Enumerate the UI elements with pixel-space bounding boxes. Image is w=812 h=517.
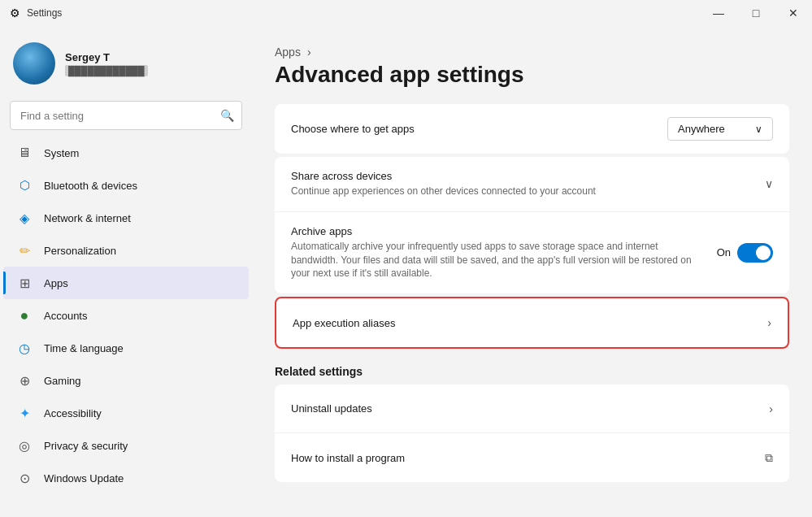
search-input[interactable] (10, 101, 242, 130)
titlebar: ⚙ Settings — □ ✕ (0, 0, 812, 26)
breadcrumb: Apps › (275, 46, 789, 59)
system-icon: 🖥 (16, 145, 33, 161)
uninstall-updates-info: Uninstall updates (291, 402, 756, 415)
sidebar-item-label: Network & internet (44, 212, 131, 224)
app-execution-aliases-info: App execution aliases (293, 317, 754, 329)
minimize-button[interactable]: — (700, 0, 737, 26)
sidebar-item-accessibility[interactable]: ✦ Accessibility (3, 397, 249, 429)
page-title: Advanced app settings (275, 62, 789, 88)
share-devices-action: ∨ (765, 177, 773, 190)
sidebar-item-label: Accounts (44, 310, 87, 322)
app-execution-aliases-action: › (767, 316, 771, 329)
archive-apps-action: On (717, 243, 773, 263)
breadcrumb-parent[interactable]: Apps (275, 46, 301, 59)
sidebar-item-label: System (44, 147, 79, 159)
sidebar-item-network[interactable]: ◈ Network & internet (3, 202, 249, 234)
archive-toggle[interactable] (737, 243, 773, 263)
choose-apps-info: Choose where to get apps (291, 123, 654, 135)
titlebar-left: ⚙ Settings (10, 7, 62, 20)
archive-apps-desc: Automatically archive your infrequently … (291, 240, 704, 280)
network-icon: ◈ (16, 210, 33, 226)
sidebar-item-label: Privacy & security (44, 440, 128, 452)
sidebar-item-apps[interactable]: ⊞ Apps (3, 267, 249, 299)
chevron-right-icon: › (767, 316, 771, 329)
chevron-down-icon: ∨ (755, 124, 762, 135)
how-to-install-info: How to install a program (291, 452, 752, 464)
avatar-image (13, 42, 55, 85)
privacy-icon: ◎ (16, 437, 33, 454)
dropdown-value: Anywhere (678, 123, 725, 135)
share-devices-desc: Continue app experiences on other device… (291, 185, 714, 198)
share-devices-info: Share across devices Continue app experi… (291, 170, 752, 198)
choose-apps-card: Choose where to get apps Anywhere ∨ (275, 104, 789, 154)
toggle-thumb (756, 245, 771, 260)
accessibility-icon: ✦ (16, 405, 33, 421)
user-profile: Sergey T ████████████ (0, 26, 252, 98)
user-info: Sergey T ████████████ (65, 51, 148, 76)
main-content: Apps › Advanced app settings Choose wher… (252, 26, 812, 517)
time-icon: ◷ (16, 340, 33, 356)
user-name: Sergey T (65, 51, 148, 63)
apps-icon: ⊞ (16, 275, 33, 291)
avatar (13, 42, 55, 85)
choose-apps-title: Choose where to get apps (291, 123, 654, 135)
sidebar-item-label: Gaming (44, 375, 81, 387)
sidebar-item-gaming[interactable]: ⊕ Gaming (3, 364, 249, 397)
sidebar-item-windows-update[interactable]: ⊙ Windows Update (3, 462, 249, 494)
archive-apps-row[interactable]: Archive apps Automatically archive your … (275, 212, 789, 293)
share-archive-card: Share across devices Continue app experi… (275, 157, 789, 293)
sidebar-item-privacy[interactable]: ◎ Privacy & security (3, 429, 249, 462)
related-settings-heading: Related settings (275, 365, 789, 378)
choose-apps-row[interactable]: Choose where to get apps Anywhere ∨ (275, 104, 789, 154)
sidebar-item-system[interactable]: 🖥 System (3, 137, 249, 169)
chevron-down-icon: ∨ (765, 177, 773, 190)
main-window: Sergey T ████████████ 🔍 🖥 System ⬡ Bluet… (0, 26, 812, 517)
related-settings-card: Uninstall updates › How to install a pro… (275, 384, 789, 482)
app-execution-aliases-card: App execution aliases › (275, 297, 789, 349)
archive-apps-title: Archive apps (291, 225, 704, 237)
app-execution-aliases-title: App execution aliases (293, 317, 754, 329)
chevron-right-icon: › (769, 402, 773, 415)
share-devices-title: Share across devices (291, 170, 752, 182)
uninstall-updates-row[interactable]: Uninstall updates › (275, 384, 789, 433)
sidebar-item-label: Apps (44, 277, 68, 289)
sidebar-item-label: Accessibility (44, 407, 102, 419)
sidebar-item-label: Time & language (44, 342, 124, 354)
settings-icon: ⚙ (10, 7, 20, 20)
sidebar-item-label: Windows Update (44, 472, 124, 484)
how-to-install-title: How to install a program (291, 452, 752, 464)
breadcrumb-separator: › (307, 46, 311, 59)
share-devices-row[interactable]: Share across devices Continue app experi… (275, 157, 789, 212)
personalization-icon: ✏ (16, 242, 33, 258)
how-to-install-row[interactable]: How to install a program ⧉ (275, 433, 789, 482)
uninstall-updates-title: Uninstall updates (291, 402, 756, 415)
toggle-label: On (717, 246, 731, 258)
sidebar-item-label: Bluetooth & devices (44, 180, 137, 192)
choose-apps-action: Anywhere ∨ (667, 117, 773, 141)
windows-update-icon: ⊙ (16, 470, 33, 486)
accounts-icon: ● (16, 307, 33, 324)
maximize-button[interactable]: □ (737, 0, 775, 26)
sidebar-item-personalization[interactable]: ✏ Personalization (3, 234, 249, 267)
uninstall-updates-action: › (769, 402, 773, 415)
user-email: ████████████ (65, 65, 148, 76)
app-execution-aliases-row[interactable]: App execution aliases › (276, 298, 788, 347)
archive-apps-info: Archive apps Automatically archive your … (291, 225, 704, 280)
search-box: 🔍 (10, 101, 242, 130)
sidebar-item-accounts[interactable]: ● Accounts (3, 299, 249, 332)
sidebar-item-bluetooth[interactable]: ⬡ Bluetooth & devices (3, 169, 249, 202)
sidebar-item-label: Personalization (44, 245, 116, 257)
titlebar-controls: — □ ✕ (700, 0, 812, 26)
close-button[interactable]: ✕ (775, 0, 812, 26)
apps-source-dropdown[interactable]: Anywhere ∨ (667, 117, 773, 141)
sidebar: Sergey T ████████████ 🔍 🖥 System ⬡ Bluet… (0, 26, 252, 517)
bluetooth-icon: ⬡ (16, 177, 33, 193)
how-to-install-action: ⧉ (765, 451, 773, 465)
sidebar-item-time[interactable]: ◷ Time & language (3, 332, 249, 364)
archive-toggle-wrap: On (717, 243, 773, 263)
external-link-icon: ⧉ (765, 451, 773, 465)
titlebar-title: Settings (27, 7, 62, 19)
gaming-icon: ⊕ (16, 372, 33, 389)
